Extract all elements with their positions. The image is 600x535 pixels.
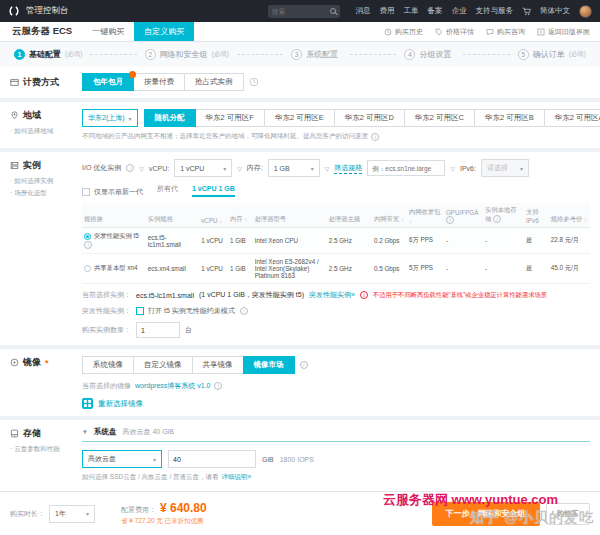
memory-select[interactable]: 1 GB▾ <box>268 159 320 177</box>
menu-support[interactable]: 支持与服务 <box>476 6 514 16</box>
zone-a-button[interactable]: 华东2 可用区A <box>544 109 600 127</box>
cart-button[interactable]: 购物车 <box>546 503 591 525</box>
filter-icon: ▽ <box>325 165 330 172</box>
chevron-down-icon: ▾ <box>520 165 523 172</box>
image-custom-button[interactable]: 自定义镜像 <box>133 356 193 374</box>
search-input[interactable] <box>272 8 327 15</box>
col-bandwidth[interactable]: 内网带宽 ↕ <box>372 203 407 228</box>
chevron-down-icon: ▾ <box>86 510 89 517</box>
zone-random-button[interactable]: 随机分配 <box>144 109 196 127</box>
disk-detail-link[interactable]: 详细说明» <box>222 473 252 482</box>
scenario-select-link[interactable]: 场景化选型 <box>10 189 82 198</box>
chevron-down-icon: ▾ <box>129 115 132 122</box>
io-optimized-label: I/O 优化实例 <box>82 163 121 173</box>
purchase-consult-link[interactable]: 购买咨询 <box>486 27 525 37</box>
col-gpu: GPU/FPGA i <box>444 203 483 228</box>
sort-icon: ↕ <box>244 216 247 222</box>
step-network-security[interactable]: 2网络和安全组(必填) <box>145 49 229 60</box>
back-old-version-link[interactable]: 返回旧版界面 <box>537 27 590 37</box>
menu-icp[interactable]: 备案 <box>428 6 443 16</box>
col-pps[interactable]: 内网收发包 ↕ <box>407 203 444 228</box>
table-row-xn4[interactable]: 共享基本型 xn4 ecs.xn4.small 1 vCPU 1 GiB Int… <box>82 254 590 284</box>
image-system-button[interactable]: 系统镜像 <box>82 356 134 374</box>
language-switcher[interactable]: 简体中文 <box>540 6 570 16</box>
reselect-image-link[interactable]: 重新选择镜像 <box>98 399 143 409</box>
step-connector <box>463 54 509 55</box>
zone-e-button[interactable]: 华东2 可用区E <box>264 109 335 127</box>
price-detail-link[interactable]: 价格详情 <box>435 27 474 37</box>
sort-icon: ↕ <box>584 216 587 222</box>
product-title: 云服务器 ECS <box>0 22 82 41</box>
quantity-input[interactable] <box>136 322 180 338</box>
instance-help-link[interactable]: 如何选择实例 <box>10 177 82 186</box>
tab-quick-buy[interactable]: 一键购买 <box>82 22 134 41</box>
col-vcpu[interactable]: vCPU ↕ <box>199 203 228 228</box>
step-confirm-order[interactable]: 5确认订单(必填) <box>518 49 586 60</box>
image-marketplace-button[interactable]: 镜像市场 <box>243 356 295 374</box>
next-step-button[interactable]: 下一步：网络和安全组 <box>432 502 540 526</box>
col-ipv6: 支持 IPv6 <box>524 203 549 228</box>
menu-tickets[interactable]: 工单 <box>404 6 419 16</box>
aliyun-logo-icon[interactable] <box>8 5 20 17</box>
image-shared-button[interactable]: 共享镜像 <box>192 356 244 374</box>
promo-badge <box>129 71 136 78</box>
step-grouping[interactable]: 4分组设置 <box>404 49 455 60</box>
burst-warning-text: 不适用于不间断高负载性能“基线”或企业稳定计算性能需求场景 <box>373 291 547 300</box>
global-search[interactable] <box>268 5 340 18</box>
region-select[interactable]: 华东2(上海)▾ <box>82 109 138 127</box>
zone-b-button[interactable]: 华东2 可用区B <box>474 109 545 127</box>
radio-icon[interactable] <box>84 265 91 272</box>
disk-size-input[interactable] <box>168 450 256 468</box>
billing-postpaid-button[interactable]: 按量付费 <box>133 73 185 91</box>
sort-icon: ↕ <box>409 218 412 224</box>
duration-select[interactable]: 1年▾ <box>49 505 95 523</box>
step-connector <box>90 54 136 55</box>
spec-search-input[interactable] <box>367 160 445 176</box>
step-basic-config[interactable]: 1基础配置(必填) <box>14 49 82 60</box>
menu-messages[interactable]: 消息 <box>356 6 371 16</box>
menu-billing[interactable]: 费用 <box>380 6 395 16</box>
console-title[interactable]: 管理控制台 <box>26 5 69 17</box>
disk-type-select[interactable]: 高效云盘▾ <box>82 450 162 468</box>
marketplace-grid-icon[interactable] <box>82 398 93 409</box>
tab-current-filter[interactable]: 1 vCPU 1 GB <box>192 185 235 197</box>
billing-spot-button[interactable]: 抢占式实例 <box>184 73 244 91</box>
region-help-link[interactable]: 如何选择地域 <box>10 127 82 136</box>
system-disk-header[interactable]: ▼ 系统盘 高效云盘 40 GiB <box>82 427 590 437</box>
col-family: 规格族 <box>82 203 146 228</box>
region-note: 不同地域的云产品内网互不相通；选择靠近您客户的地域，可降低网络时延、提高您客户的… <box>82 132 590 141</box>
avatar[interactable] <box>579 5 592 18</box>
tab-all-generations[interactable]: 所有代 <box>157 184 178 197</box>
zone-f-button[interactable]: 华东2 可用区F <box>195 109 265 127</box>
cart-icon[interactable] <box>522 7 531 16</box>
image-disc-icon <box>10 358 19 367</box>
purchase-history-link[interactable]: 购买历史 <box>384 27 423 37</box>
zone-d-button[interactable]: 华东2 可用区D <box>334 109 405 127</box>
zone-c-button[interactable]: 华东2 可用区C <box>404 109 475 127</box>
memory-filter-label: 内存: <box>247 163 263 173</box>
table-row-t5[interactable]: 突发性能实例 t5 i ecs.t5-lc1m1.small 1 vCPU 1 … <box>82 228 590 254</box>
product-navbar: 云服务器 ECS 一键购买 自定义购买 购买历史 价格详情 购买咨询 返回旧版界… <box>0 22 600 42</box>
disk-performance-link[interactable]: 云盘参数和性能 <box>10 445 82 454</box>
image-section: 镜像* 系统镜像 自定义镜像 共享镜像 镜像市场 i 当前选择的镜像 wordp… <box>0 349 600 416</box>
burst-unlimited-checkbox[interactable]: 打开 t5 实例无性能约束模式 <box>136 306 235 316</box>
spec-filter-link[interactable]: 筛选规格 <box>334 163 362 174</box>
search-icon[interactable] <box>330 8 336 14</box>
radio-selected-icon[interactable] <box>84 233 91 240</box>
disk-iops-value: 1800 IOPS <box>280 456 314 463</box>
ipv6-select[interactable]: 请选择▾ <box>481 159 529 177</box>
burst-doc-link[interactable]: 突发性能实例» <box>309 290 355 300</box>
col-memory[interactable]: 内存 ↕ <box>228 203 253 228</box>
menu-enterprise[interactable]: 企业 <box>452 6 467 16</box>
tab-custom-buy[interactable]: 自定义购买 <box>134 22 194 41</box>
vcpu-select[interactable]: 1 vCPU▾ <box>174 159 232 177</box>
info-icon: i <box>84 241 92 249</box>
col-price[interactable]: 规格参考价 ↕ <box>549 203 590 228</box>
instance-spec-table: 规格族 实例规格 vCPU ↕ 内存 ↕ 处理器型号 处理器主频 内网带宽 ↕ … <box>82 203 590 284</box>
col-cpu-model: 处理器型号 <box>253 203 327 228</box>
vcpu-filter-label: vCPU: <box>149 165 169 172</box>
total-price: ¥ 640.80 <box>160 501 207 515</box>
step-system-config[interactable]: 3系统配置 <box>291 49 342 60</box>
billing-prepaid-button[interactable]: 包年包月 <box>82 73 134 91</box>
latest-generation-checkbox[interactable]: 仅显示最新一代 <box>82 187 143 197</box>
